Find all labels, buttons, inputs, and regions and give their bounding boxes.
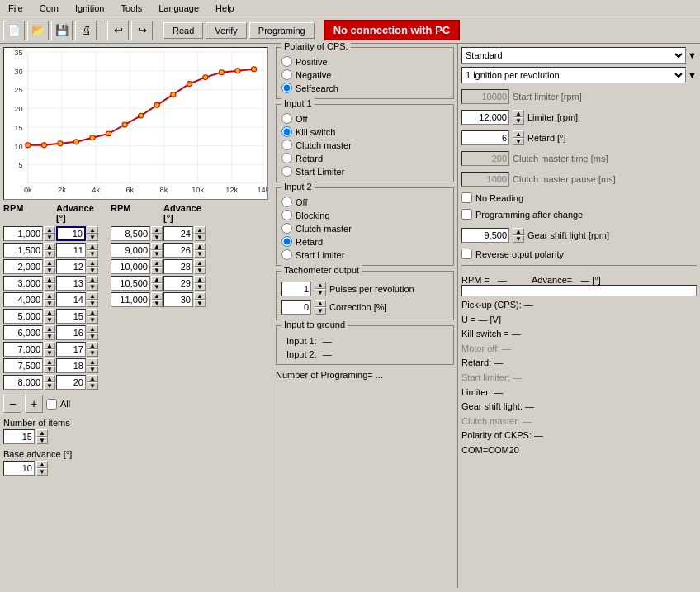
menu-help[interactable]: Help: [210, 2, 239, 15]
adv-input-8[interactable]: [56, 358, 86, 373]
menu-language[interactable]: Language: [154, 2, 204, 15]
input2-clutch-radio[interactable]: [281, 223, 292, 234]
rpm-input-5[interactable]: [3, 309, 43, 324]
polarity-selfseach-radio[interactable]: [281, 83, 292, 93]
prog-after-row: Programming after change: [461, 209, 697, 220]
input2-group: Input 2 Off Blocking Clutch master Retar…: [276, 187, 454, 266]
start-limiter-input: [461, 89, 509, 104]
input1-kill-label: Kill switch: [296, 127, 335, 137]
all-checkbox[interactable]: [46, 399, 57, 410]
svg-point-26: [187, 82, 192, 87]
rpm-input-3[interactable]: [3, 276, 43, 291]
adv-input-6[interactable]: [56, 325, 86, 340]
toolbar-separator2: [158, 21, 158, 40]
retard-input[interactable]: [461, 130, 509, 145]
rpm-input-1[interactable]: [3, 243, 43, 258]
adv-up-0[interactable]: ▲: [87, 226, 98, 234]
rpm-r-input-4[interactable]: [111, 292, 150, 307]
adv-down-0[interactable]: ▼: [87, 234, 98, 241]
plus-button[interactable]: +: [25, 395, 43, 413]
rpm-input-6[interactable]: [3, 325, 43, 340]
save-button[interactable]: 💾: [51, 21, 73, 40]
ground-input1-label: Input 1:: [286, 336, 317, 346]
base-advance-input[interactable]: [3, 461, 35, 476]
limiter-label: Limiter [rpm]: [527, 112, 578, 122]
input2-blocking-radio[interactable]: [281, 210, 292, 220]
menubar: File Com Ignition Tools Language Help: [0, 0, 700, 17]
rpm-input-9[interactable]: [3, 375, 43, 390]
adv-input-9[interactable]: [56, 375, 86, 390]
num-items-input[interactable]: [3, 429, 35, 444]
input2-off-radio[interactable]: [281, 197, 292, 207]
input1-clutch-radio[interactable]: [281, 140, 292, 150]
menu-ignition[interactable]: Ignition: [70, 2, 109, 15]
rpm-input-8[interactable]: [3, 358, 43, 373]
rpm-down-0[interactable]: ▼: [44, 234, 55, 241]
svg-text:4k: 4k: [92, 186, 100, 194]
correction-input[interactable]: [281, 300, 311, 315]
svg-text:8k: 8k: [160, 186, 168, 194]
clutch-time-row: Clutch master time [ms]: [461, 151, 697, 166]
input1-retard-radio[interactable]: [281, 153, 292, 163]
redo-button[interactable]: ↪: [131, 21, 153, 40]
adv-r-input-3[interactable]: [163, 276, 193, 291]
rpm-input-2[interactable]: [3, 259, 43, 274]
input2-startlim-radio[interactable]: [281, 249, 292, 260]
svg-text:15: 15: [14, 124, 22, 132]
rpm-header-2: RPM: [111, 203, 160, 223]
pulses-input[interactable]: [281, 282, 311, 296]
rpm-up-0[interactable]: ▲: [44, 226, 55, 234]
input1-off-radio[interactable]: [281, 113, 292, 124]
menu-tools[interactable]: Tools: [116, 2, 147, 15]
input1-kill-radio[interactable]: [281, 126, 292, 137]
open-button[interactable]: 📂: [27, 21, 49, 40]
input2-retard-radio[interactable]: [281, 236, 292, 247]
menu-com[interactable]: Com: [35, 2, 64, 15]
adv-r-input-2[interactable]: [163, 259, 193, 274]
polarity-positive-radio[interactable]: [281, 56, 292, 67]
rpm-r-input-0[interactable]: [111, 226, 150, 241]
adv-input-2[interactable]: [56, 259, 86, 274]
menu-file[interactable]: File: [3, 2, 28, 15]
programing-button[interactable]: Programing: [249, 22, 315, 39]
reverse-output-checkbox[interactable]: [461, 249, 472, 259]
adv-input-5[interactable]: [56, 309, 86, 324]
adv-input-3[interactable]: [56, 276, 86, 291]
rpm-input-4[interactable]: [3, 292, 43, 307]
minus-button[interactable]: −: [3, 395, 21, 413]
ignition-dropdown[interactable]: 1 ignition per revolution: [461, 67, 686, 83]
adv-input-1[interactable]: [56, 243, 86, 258]
rpm-r-input-2[interactable]: [111, 259, 150, 274]
rpm-r-input-3[interactable]: [111, 276, 150, 291]
print-button[interactable]: 🖨: [75, 21, 97, 40]
gear-light-label: Gear shift light [rpm]: [527, 230, 609, 240]
adv-input-0[interactable]: [56, 226, 86, 241]
polarity-negative-label: Negative: [296, 70, 331, 80]
adv-input-4[interactable]: [56, 292, 86, 307]
read-button[interactable]: Read: [163, 22, 203, 39]
svg-text:12k: 12k: [225, 186, 238, 194]
rpm-input-0[interactable]: [3, 226, 43, 241]
adv-r-input-4[interactable]: [163, 292, 193, 307]
no-reading-checkbox[interactable]: [461, 192, 472, 203]
standard-dropdown[interactable]: Standard: [461, 47, 686, 64]
verify-button[interactable]: Verify: [206, 22, 247, 39]
polarity-negative-radio[interactable]: [281, 69, 292, 80]
svg-point-18: [58, 141, 63, 146]
prog-after-checkbox[interactable]: [461, 209, 472, 220]
gear-light-input[interactable]: [461, 228, 509, 243]
svg-point-27: [203, 75, 208, 80]
reverse-output-row: Reverse otput polarity: [461, 249, 697, 259]
limiter-input[interactable]: [461, 110, 509, 125]
adv-r-input-1[interactable]: [163, 243, 193, 258]
adv-input-7[interactable]: [56, 342, 86, 357]
undo-button[interactable]: ↩: [107, 21, 129, 40]
rpm-advance-bar: RPM = — Advance= — [°]: [461, 275, 697, 285]
base-advance-section: Base advance [°] ▲▼: [3, 449, 106, 476]
rpm-r-input-1[interactable]: [111, 243, 150, 258]
rpm-input-7[interactable]: [3, 342, 43, 357]
adv-r-input-0[interactable]: [163, 226, 193, 241]
status-values: Pick-up (CPS): — U = — [V] Kill switch =…: [461, 298, 697, 458]
input1-startlim-radio[interactable]: [281, 166, 292, 177]
new-button[interactable]: 📄: [3, 21, 25, 40]
